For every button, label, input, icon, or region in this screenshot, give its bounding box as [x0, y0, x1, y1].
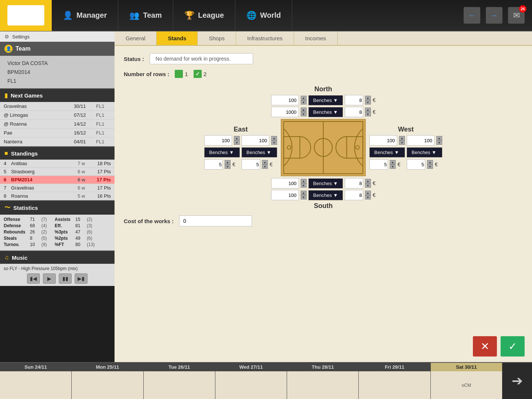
north-spin-1: ▲ ▼: [301, 96, 307, 105]
east-price-down-2[interactable]: ▼: [262, 164, 268, 169]
west-spin-up-1[interactable]: ▲: [399, 136, 405, 140]
south-price-down-1[interactable]: ▼: [365, 183, 371, 188]
south-spin-up-2[interactable]: ▲: [301, 191, 307, 195]
nav-world[interactable]: 🌐 World: [235, 0, 292, 31]
standing-row-1[interactable]: 4 Antibas 7 w 18 Pts: [0, 160, 115, 168]
west-price-down-2[interactable]: ▼: [427, 164, 433, 169]
calendar-next-button[interactable]: ➔: [502, 363, 532, 399]
game-row-5[interactable]: Nanterra 04/01 FL1: [0, 137, 115, 146]
team-member-3: FL1: [7, 78, 107, 84]
east-capacity-1[interactable]: [204, 135, 232, 146]
east-price-2[interactable]: [242, 159, 260, 170]
game-row-3[interactable]: @ Roanna 14/12 FL1: [0, 120, 115, 129]
west-price-down-1[interactable]: ▼: [390, 164, 396, 169]
west-spin-down-2[interactable]: ▼: [436, 140, 442, 145]
north-capacity-2[interactable]: [271, 107, 299, 117]
tab-incomes[interactable]: Incomes: [294, 31, 338, 45]
east-bench-btn-1[interactable]: Benches ▼: [204, 147, 240, 157]
west-capacity-2[interactable]: [407, 135, 434, 146]
stand-pts-1: 18 Pts: [92, 161, 111, 166]
stats-row-4: Steals 8 (5) %2pts 49 (6): [4, 236, 111, 241]
cal-content-tue: [144, 371, 215, 399]
west-price-up-2[interactable]: ▲: [427, 160, 433, 164]
north-spin-up-2[interactable]: ▲: [301, 108, 307, 112]
south-spin-1: ▲ ▼: [301, 179, 307, 188]
standing-row-4[interactable]: 7 Gravelinas 6 w 17 Pts: [0, 184, 115, 192]
south-price-down-2[interactable]: ▼: [365, 195, 371, 200]
south-bench-btn-2[interactable]: Benches ▼: [308, 190, 343, 200]
north-spin-down-2[interactable]: ▼: [301, 112, 307, 116]
game-row-4[interactable]: Pae 16/12 FL1: [0, 129, 115, 137]
east-capacity-2[interactable]: [242, 135, 269, 146]
east-spin-up-2[interactable]: ▲: [271, 136, 277, 140]
west-spin-up-2[interactable]: ▲: [436, 136, 442, 140]
north-price-up-1[interactable]: ▲: [365, 96, 371, 100]
standing-row-3[interactable]: 6 BPM2014 6 w 17 Pts: [0, 176, 115, 184]
east-euro-2: €: [270, 161, 273, 167]
nav-back-button[interactable]: ←: [464, 7, 480, 24]
music-next-button[interactable]: ▶▮: [75, 273, 88, 284]
north-price-1[interactable]: [345, 95, 363, 105]
next-games-header: ▮ Next Games: [0, 88, 115, 102]
cost-input[interactable]: [179, 215, 252, 226]
nav-league[interactable]: 🏆 League: [173, 0, 235, 31]
east-spin-up-1[interactable]: ▲: [234, 136, 240, 140]
tab-stands[interactable]: Stands: [157, 31, 198, 45]
west-bench-btn-2[interactable]: Benches ▼: [407, 147, 442, 157]
north-price-2[interactable]: [345, 107, 363, 117]
south-price-up-2[interactable]: ▲: [365, 191, 371, 195]
east-spin-down-1[interactable]: ▼: [234, 140, 240, 145]
standing-row-5[interactable]: 8 Roanna 5 w 16 Pts: [0, 192, 115, 200]
south-row-1: ▲ ▼ Benches ▼ ▲ ▼ €: [271, 178, 376, 188]
west-price-2[interactable]: [407, 159, 425, 170]
tab-shops[interactable]: Shops: [198, 31, 236, 45]
east-price-up-2[interactable]: ▲: [262, 160, 268, 164]
north-capacity-1[interactable]: [271, 95, 299, 105]
north-spin-down-1[interactable]: ▼: [301, 100, 307, 105]
mail-button[interactable]: ✉ 26: [508, 7, 525, 24]
settings-row[interactable]: ⚙ Settings: [0, 31, 115, 42]
nav-team[interactable]: 👥 Team: [118, 0, 173, 31]
north-price-down-2[interactable]: ▼: [365, 112, 371, 116]
music-stop-button[interactable]: ▮▮: [59, 273, 72, 284]
east-spin-down-2[interactable]: ▼: [271, 140, 277, 145]
north-bench-btn-2[interactable]: Benches ▼: [308, 107, 343, 117]
nav-manager[interactable]: 👤 Manager: [52, 0, 118, 31]
music-play-button[interactable]: ▶: [43, 273, 56, 284]
west-price-up-1[interactable]: ▲: [390, 160, 396, 164]
music-prev-button[interactable]: ▮◀: [27, 273, 40, 284]
east-price-1[interactable]: [204, 159, 223, 170]
cancel-button[interactable]: ✕: [473, 336, 497, 357]
nav-forward-button[interactable]: →: [486, 7, 502, 24]
south-price-up-1[interactable]: ▲: [365, 179, 371, 183]
south-spin-down-2[interactable]: ▼: [301, 195, 307, 200]
north-price-down-1[interactable]: ▼: [365, 100, 371, 105]
north-price-up-2[interactable]: ▲: [365, 108, 371, 112]
north-bench-btn-1[interactable]: Benches ▼: [308, 95, 343, 105]
north-price-spin-2: ▲ ▼: [365, 108, 371, 116]
west-price-1[interactable]: [369, 159, 388, 170]
west-spin-down-1[interactable]: ▼: [399, 140, 405, 145]
row-checkbox-2[interactable]: ✓: [194, 70, 202, 78]
tab-infrastructures[interactable]: Infrastructures: [236, 31, 294, 45]
south-capacity-1[interactable]: [271, 178, 299, 188]
south-bench-btn-1[interactable]: Benches ▼: [308, 178, 343, 188]
west-capacity-1[interactable]: [369, 135, 397, 146]
east-price-down-1[interactable]: ▼: [225, 164, 231, 169]
west-bench-btn-1[interactable]: Benches ▼: [369, 147, 405, 157]
east-price-up-1[interactable]: ▲: [225, 160, 231, 164]
north-spin-up-1[interactable]: ▲: [301, 96, 307, 100]
app-logo[interactable]: [0, 0, 52, 31]
south-price-2[interactable]: [345, 190, 363, 200]
south-capacity-2[interactable]: [271, 190, 299, 200]
standing-row-2[interactable]: 5 Strasboerg 6 w 17 Pts: [0, 168, 115, 176]
south-spin-up-1[interactable]: ▲: [301, 179, 307, 183]
south-price-1[interactable]: [345, 178, 363, 188]
east-bench-btn-2[interactable]: Benches ▼: [242, 147, 277, 157]
game-row-2[interactable]: @ Limogas 07/12 FL1: [0, 111, 115, 120]
south-spin-down-1[interactable]: ▼: [301, 183, 307, 188]
confirm-button[interactable]: ✓: [501, 336, 525, 357]
tab-general[interactable]: General: [115, 31, 157, 45]
row-checkbox-1[interactable]: [175, 70, 183, 78]
game-row-1[interactable]: Gravelinas 30/11 FL1: [0, 102, 115, 111]
